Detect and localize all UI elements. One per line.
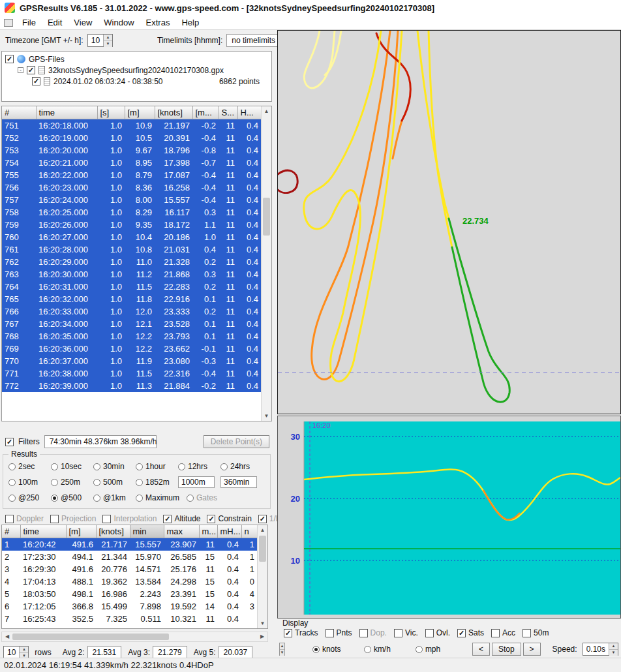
radio-30min[interactable]: 30min — [93, 462, 136, 471]
document-window-icon[interactable] — [4, 19, 13, 27]
rows-up-button[interactable]: ▲ — [20, 647, 28, 652]
rows-spinner[interactable]: 10 ▲ ▼ — [3, 646, 29, 659]
results-row[interactable]: 617:12:05366.815.4997.89819.592140.43 — [2, 600, 257, 613]
radio-500[interactable]: @500 — [51, 493, 93, 502]
tree-root-checkbox[interactable] — [5, 55, 14, 63]
radio-24hrs[interactable]: 24hrs — [220, 462, 263, 471]
checkbox-doppler[interactable]: Doppler — [5, 514, 44, 523]
scroll-right-icon[interactable]: ▶ — [257, 632, 267, 641]
points-row[interactable]: 75816:20:25.0001.08.2916.1170.3110.4 — [2, 206, 261, 219]
speed-up-button[interactable]: ▲ — [609, 643, 618, 649]
scroll-left-icon[interactable]: ◀ — [2, 632, 12, 641]
radio-100m[interactable]: 100m — [8, 478, 51, 487]
filters-checkbox[interactable] — [5, 438, 14, 446]
checkbox-interpolation[interactable]: Interpolation — [102, 514, 157, 523]
menu-extras[interactable]: Extras — [140, 16, 176, 29]
step-back-button[interactable]: < — [472, 643, 490, 656]
points-row[interactable]: 75516:20:22.0001.08.7917.087-0.4110.4 — [2, 169, 261, 181]
timelimits-value[interactable]: no timelimits — [226, 34, 280, 47]
points-row[interactable]: 76316:20:30.0001.011.221.8680.3110.4 — [2, 268, 261, 281]
radio-12hrs[interactable]: 12hrs — [178, 462, 220, 471]
radio-250[interactable]: @250 — [8, 493, 51, 502]
rows-value[interactable]: 10 — [4, 647, 19, 658]
scrollbar-thumb[interactable] — [263, 198, 270, 236]
speed-down-button[interactable]: ▼ — [609, 649, 618, 656]
checkbox-tracks[interactable]: Tracks — [284, 628, 318, 637]
radio-250m[interactable]: 250m — [51, 478, 93, 487]
points-row[interactable]: 75616:20:23.0001.08.3616.258-0.4110.4 — [2, 181, 261, 194]
scroll-down-icon[interactable]: ▼ — [258, 619, 267, 628]
column-header-knots[interactable]: [knots] — [155, 106, 192, 119]
timezone-spinner[interactable]: 10 ▲ ▼ — [87, 34, 113, 47]
checkbox-dop[interactable]: Dop. — [359, 628, 387, 637]
timezone-down-button[interactable]: ▼ — [104, 40, 112, 47]
tree-session-checkbox[interactable] — [32, 77, 40, 85]
timezone-up-button[interactable]: ▲ — [104, 35, 112, 40]
scroll-up-icon[interactable]: ▲ — [262, 106, 271, 116]
points-table-scrollbar[interactable]: ▲ ▼ — [261, 106, 271, 421]
results-row[interactable]: 417:04:13488.119.36213.58424.298150.40 — [2, 575, 257, 588]
menu-help[interactable]: Help — [175, 16, 205, 29]
column-header-h[interactable]: H... — [237, 106, 261, 119]
radio-mph[interactable]: mph — [416, 645, 458, 654]
zoom-down-button[interactable]: ▼ — [280, 649, 284, 656]
scrollbar-thumb[interactable] — [12, 634, 169, 640]
checkbox-vic[interactable]: Vic. — [394, 628, 418, 637]
checkbox-pnts[interactable]: Pnts — [326, 628, 352, 637]
radio-10sec[interactable]: 10sec — [51, 462, 93, 471]
points-row[interactable]: 75416:20:21.0001.08.9517.398-0.7110.4 — [2, 157, 261, 169]
tree-file-checkbox[interactable] — [27, 66, 35, 74]
column-header-m[interactable]: [m] — [66, 525, 96, 538]
points-row[interactable]: 75716:20:24.0001.08.0015.557-0.4110.4 — [2, 194, 261, 206]
column-header-item[interactable]: # — [2, 106, 36, 119]
column-header-min[interactable]: min — [130, 525, 164, 538]
checkbox-altitude[interactable]: Altitude — [163, 514, 200, 523]
zoom-up-button[interactable]: ▲ — [280, 643, 284, 649]
column-header-m[interactable]: [m... — [192, 106, 219, 119]
playback-speed-spinner[interactable]: 0.10s ▲ ▼ — [583, 643, 618, 656]
checkbox-50m[interactable]: 50m — [523, 628, 549, 637]
results-hscrollbar[interactable]: ◀ ▶ — [1, 632, 268, 642]
results-row[interactable]: 316:29:30491.620.77614.57125.176110.41 — [2, 563, 257, 575]
column-header-n[interactable]: n — [241, 525, 257, 538]
column-header-time[interactable]: time — [20, 525, 66, 538]
radio-knots[interactable]: knots — [312, 645, 355, 654]
radio-2sec[interactable]: 2sec — [8, 462, 51, 471]
points-row[interactable]: 75916:20:26.0001.09.3518.1721.1110.4 — [2, 219, 261, 231]
points-row[interactable]: 76016:20:27.0001.010.420.1861.0110.4 — [2, 231, 261, 243]
points-row[interactable]: 75116:20:18.0001.010.921.197-0.2110.4 — [2, 119, 261, 132]
checkbox-acc[interactable]: Acc — [491, 628, 515, 637]
scroll-up-icon[interactable]: ▲ — [258, 525, 267, 535]
points-row[interactable]: 76116:20:28.0001.010.821.0310.4110.4 — [2, 243, 261, 256]
scroll-down-icon[interactable]: ▼ — [262, 411, 271, 421]
points-row[interactable]: 75316:20:20.0001.09.6718.796-0.8110.4 — [2, 144, 261, 157]
results-row[interactable]: 116:20:42491.621.71715.55723.907110.41 — [2, 538, 257, 551]
radio-1hour[interactable]: 1hour — [136, 462, 178, 471]
track-map[interactable]: 22.734 — [277, 30, 621, 414]
tree-file-item[interactable]: - 32knotsSydneySpeedsurfing2024010217030… — [2, 65, 271, 76]
column-header-s[interactable]: S... — [219, 106, 237, 119]
menu-view[interactable]: View — [68, 16, 98, 29]
playback-speed-value[interactable]: 0.10s — [583, 643, 609, 655]
checkbox-ovl[interactable]: Ovl. — [425, 628, 450, 637]
points-row[interactable]: 76716:20:34.0001.012.123.5280.1110.4 — [2, 318, 261, 330]
column-header-knots[interactable]: [knots] — [96, 525, 130, 538]
points-row[interactable]: 77016:20:37.0001.011.923.080-0.3110.4 — [2, 355, 261, 367]
step-forward-button[interactable]: > — [523, 643, 541, 656]
radio-maximum[interactable]: Maximum — [136, 493, 187, 502]
radio-1852m[interactable]: 1852m — [136, 478, 178, 487]
radio-1km[interactable]: @1km — [93, 493, 136, 502]
checkbox-constrain[interactable]: Constrain — [207, 514, 251, 523]
tree-session-item[interactable]: 2024.01.02 06:03:24 - 08:38:50 6862 poin… — [2, 76, 271, 87]
tree-root-item[interactable]: GPS-Files — [2, 53, 271, 65]
points-row[interactable]: 76216:20:29.0001.011.021.3280.2110.4 — [2, 256, 261, 268]
results-row[interactable]: 217:23:30494.121.34415.97026.585150.41 — [2, 551, 257, 563]
points-row[interactable]: 76616:20:33.0001.012.023.3330.2110.4 — [2, 305, 261, 318]
column-header-mh[interactable]: mH... — [217, 525, 241, 538]
points-row[interactable]: 77216:20:39.0001.011.321.884-0.2110.4 — [2, 380, 261, 392]
points-row[interactable]: 75216:20:19.0001.010.520.391-0.4110.4 — [2, 132, 261, 144]
menu-edit[interactable]: Edit — [42, 16, 68, 29]
points-row[interactable]: 76916:20:36.0001.012.223.662-0.1110.4 — [2, 343, 261, 355]
column-header-time[interactable]: time — [36, 106, 97, 119]
points-row[interactable]: 76416:20:31.0001.011.522.2830.2110.4 — [2, 281, 261, 293]
